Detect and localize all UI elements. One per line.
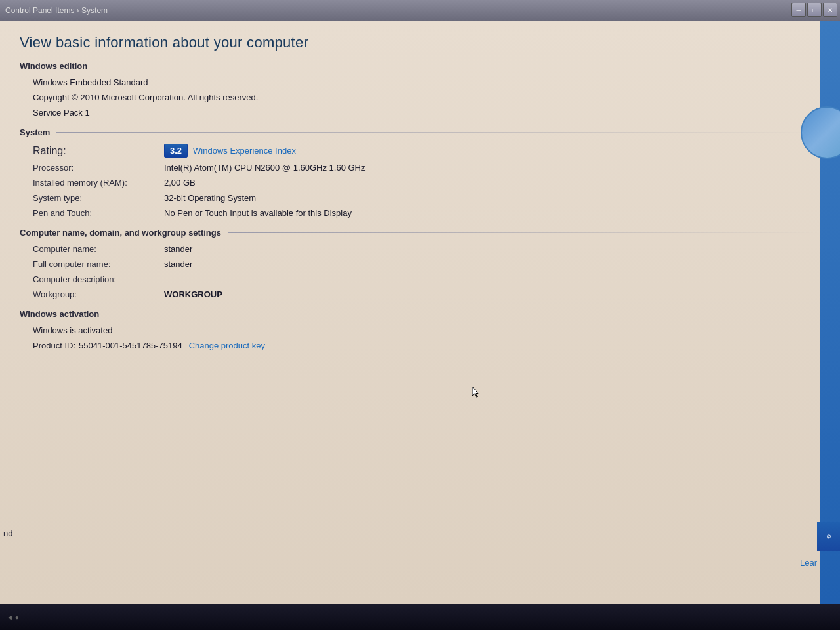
page-title: View basic information about your comput… (20, 34, 820, 51)
windows-edition-title: Windows edition (20, 61, 94, 71)
windows-activated-row: Windows is activated (33, 326, 807, 335)
system-type-row: System type: 32-bit Operating System (33, 193, 807, 203)
pen-touch-label: Pen and Touch: (33, 208, 164, 218)
copyright-text: Copyright © 2010 Microsoft Corporation. … (33, 93, 258, 102)
product-id-row: Product ID: 55041-001-5451785-75194 Chan… (33, 341, 807, 350)
product-id-label: Product ID: (33, 341, 75, 350)
processor-row: Processor: Intel(R) Atom(TM) CPU N2600 @… (33, 163, 807, 173)
system-section: System Rating: 3.2 Windows Experience In… (20, 127, 820, 218)
taskbar-time: ◄ ● (7, 614, 19, 621)
computer-name-row: Computer name: stander (33, 244, 807, 254)
windows-activation-title: Windows activation (20, 309, 106, 319)
rating-row: Rating: 3.2 Windows Experience Index (33, 144, 807, 158)
taskbar-bottom: ◄ ● (0, 604, 840, 630)
close-button[interactable]: ✕ (823, 3, 837, 17)
main-content: View basic information about your comput… (0, 21, 840, 604)
computer-name-section-divider (228, 232, 820, 233)
windows-activation-header: Windows activation (20, 309, 820, 319)
ram-value: 2,00 GB (164, 178, 196, 188)
windows-edition-section: Windows edition Windows Embedded Standar… (20, 61, 820, 117)
rating-label: Rating: (33, 145, 164, 157)
computer-name-section-content: Computer name: stander Full computer nam… (20, 244, 820, 299)
title-bar: Control Panel Items › System ─ □ ✕ (0, 0, 840, 21)
minimize-button[interactable]: ─ (791, 3, 806, 17)
windows-edition-content: Windows Embedded Standard Copyright © 20… (20, 77, 820, 117)
taskbar-content: ◄ ● (0, 604, 840, 630)
system-section-title: System (20, 127, 56, 137)
computer-description-label: Computer description: (33, 274, 164, 284)
workgroup-label: Workgroup: (33, 289, 164, 299)
pen-touch-row: Pen and Touch: No Pen or Touch Input is … (33, 208, 807, 218)
product-id-value: 55041-001-5451785-75194 (79, 341, 182, 350)
computer-name-section-header: Computer name, domain, and workgroup set… (20, 228, 820, 238)
breadcrumb: Control Panel Items › System (5, 6, 108, 15)
service-pack-text: Service Pack 1 (33, 108, 90, 117)
computer-name-label: Computer name: (33, 244, 164, 254)
windows-experience-index-link[interactable]: Windows Experience Index (193, 146, 296, 156)
page-header: View basic information about your comput… (0, 21, 840, 61)
system-section-divider (56, 132, 820, 133)
full-computer-name-value: stander (164, 259, 192, 269)
section-divider (94, 66, 820, 66)
copyright-row: Copyright © 2010 Microsoft Corporation. … (33, 93, 807, 102)
windows-activation-section: Windows activation Windows is activated … (20, 309, 820, 350)
change-product-key-link[interactable]: Change product key (189, 341, 265, 350)
system-section-content: Rating: 3.2 Windows Experience Index Pro… (20, 144, 820, 218)
ram-label: Installed memory (RAM): (33, 178, 164, 188)
edition-name: Windows Embedded Standard (33, 77, 148, 87)
side-bottom-badge: G (817, 522, 840, 551)
edition-name-row: Windows Embedded Standard (33, 77, 807, 87)
workgroup-value: WORKGROUP (164, 289, 222, 299)
system-type-value: 32-bit Operating System (164, 193, 256, 203)
system-type-label: System type: (33, 193, 164, 203)
windows-activation-content: Windows is activated Product ID: 55041-0… (20, 326, 820, 350)
mouse-cursor (472, 387, 480, 397)
computer-description-row: Computer description: (33, 274, 807, 284)
learn-more-text[interactable]: Lear (800, 558, 817, 568)
maximize-button[interactable]: □ (807, 3, 822, 17)
ram-row: Installed memory (RAM): 2,00 GB (33, 178, 807, 188)
system-section-header: System (20, 127, 820, 137)
svg-marker-0 (472, 387, 478, 397)
processor-value: Intel(R) Atom(TM) CPU N2600 @ 1.60GHz 1.… (164, 163, 366, 173)
windows-activated-text: Windows is activated (33, 326, 112, 335)
full-computer-name-label: Full computer name: (33, 259, 164, 269)
computer-name-section-title: Computer name, domain, and workgroup set… (20, 228, 228, 238)
rating-badge: 3.2 (164, 144, 188, 158)
computer-name-section: Computer name, domain, and workgroup set… (20, 228, 820, 299)
side-bottom-badge-text: G (826, 534, 832, 539)
full-computer-name-row: Full computer name: stander (33, 259, 807, 269)
processor-label: Processor: (33, 163, 164, 173)
computer-name-value: stander (164, 244, 192, 254)
windows-activation-divider (106, 314, 820, 314)
service-pack-row: Service Pack 1 (33, 108, 807, 117)
left-edge-label: nd (3, 528, 12, 538)
windows-edition-header: Windows edition (20, 61, 820, 71)
workgroup-row: Workgroup: WORKGROUP (33, 289, 807, 299)
pen-touch-value: No Pen or Touch Input is available for t… (164, 208, 352, 218)
window-controls: ─ □ ✕ (791, 3, 837, 17)
